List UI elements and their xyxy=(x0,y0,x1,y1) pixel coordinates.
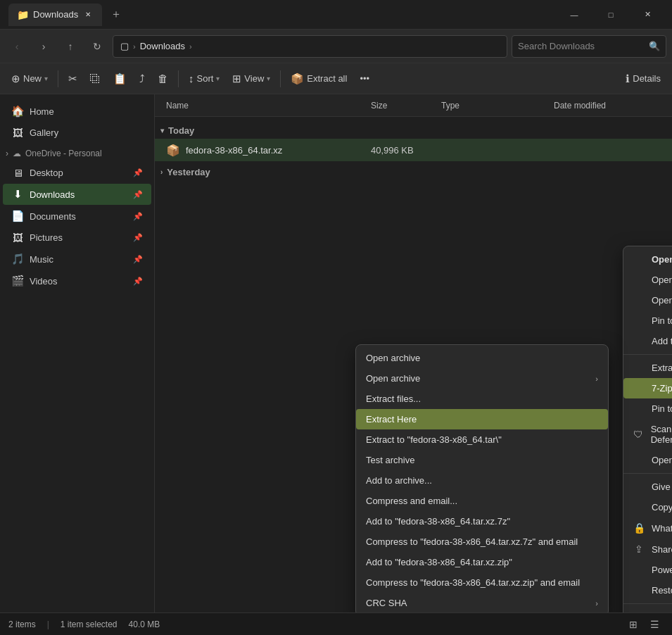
paste-button[interactable]: 📋 xyxy=(108,68,132,90)
active-tab[interactable]: 📁 Downloads ✕ xyxy=(8,4,102,26)
menu-item-open-with[interactable]: Open with... xyxy=(623,450,672,470)
menu-item-label: Compress to "fedora-38-x86_64.tar.xz.7z"… xyxy=(366,536,578,547)
pictures-pin-icon: 📌 xyxy=(133,233,143,242)
tab-close-button[interactable]: ✕ xyxy=(82,9,94,20)
section-yesterday[interactable]: › Yesterday xyxy=(155,161,672,180)
table-row[interactable]: 📦 fedora-38-x86_64.tar.xz 40,996 KB xyxy=(155,139,672,161)
search-box[interactable]: Search Downloads 🔍 xyxy=(512,35,666,58)
menu-item-label: Compress and email... xyxy=(366,496,457,506)
sidebar-item-music[interactable]: 🎵 Music 📌 xyxy=(3,249,151,270)
cut-button[interactable]: ✂ xyxy=(63,68,83,90)
view-grid-button[interactable]: ⊞ xyxy=(624,615,642,634)
menu-item-powerrename[interactable]: PowerRename xyxy=(623,560,672,580)
menu-item-open-new-window[interactable]: Open in new window xyxy=(623,290,672,310)
menu-item-whats-using[interactable]: 🔒 What's using this file? xyxy=(623,517,672,539)
menu-item-7zip[interactable]: 7-Zip › xyxy=(623,378,672,398)
share-button[interactable]: ⤴ xyxy=(134,68,151,90)
sidebar-group-onedrive[interactable]: › ☁ OneDrive - Personal xyxy=(0,146,154,161)
menu-item-give-access[interactable]: Give access to › xyxy=(623,477,672,497)
submenu-add-archive[interactable]: Add to archive... xyxy=(356,470,608,491)
sort-button[interactable]: ↕ Sort ▾ xyxy=(183,68,225,90)
music-icon: 🎵 xyxy=(11,253,24,265)
menu-item-pin-start[interactable]: Pin to Start xyxy=(623,398,672,419)
close-button[interactable]: ✕ xyxy=(631,4,664,26)
refresh-button[interactable]: ↻ xyxy=(86,35,108,58)
submenu-add-zip[interactable]: Add to "fedora-38-x86_64.tar.xz.zip" xyxy=(356,552,608,572)
column-size-header[interactable]: Size xyxy=(371,101,441,111)
submenu-open-archive-sub[interactable]: Open archive › xyxy=(356,368,608,389)
menu-item-open[interactable]: Open xyxy=(623,249,672,270)
toolbar-divider-2 xyxy=(178,70,179,87)
menu-item-label: Extract files... xyxy=(366,394,421,404)
window-controls: — □ ✕ xyxy=(558,4,664,26)
minimize-button[interactable]: — xyxy=(558,4,590,26)
more-icon: ••• xyxy=(360,73,369,84)
column-name-header[interactable]: Name xyxy=(160,101,371,111)
submenu-extract-files[interactable]: Extract files... xyxy=(356,389,608,409)
share2-icon: ⇪ xyxy=(633,543,645,555)
sidebar-item-documents[interactable]: 📄 Documents 📌 xyxy=(3,206,151,227)
menu-item-label: Add to "fedora-38-x86_64.tar.xz.7z" xyxy=(366,516,510,527)
sidebar-item-label: Documents xyxy=(30,211,76,222)
extract-all-button[interactable]: 📦 Extract all xyxy=(285,68,353,90)
section-today[interactable]: ▾ Today xyxy=(155,120,672,139)
section-label: Today xyxy=(168,125,194,136)
column-headers: Name Size Type Date modified xyxy=(155,94,672,117)
sidebar-item-home[interactable]: 🏠 Home xyxy=(3,101,151,122)
menu-item-pin-quick-access[interactable]: Pin to Quick access xyxy=(623,310,672,331)
copy-icon: ⿻ xyxy=(90,73,101,84)
section-chevron-icon: ▾ xyxy=(160,127,164,134)
back-button[interactable]: ‹ xyxy=(6,35,28,58)
status-view-controls: ⊞ ☰ xyxy=(624,615,664,634)
menu-item-label: PowerRename xyxy=(652,565,672,575)
menu-item-extract-all[interactable]: Extract All... xyxy=(623,358,672,378)
details-button[interactable]: ℹ Details xyxy=(620,68,666,90)
path-folder-icon: ▢ xyxy=(120,41,129,51)
submenu-compress-zip-email[interactable]: Compress to "fedora-38-x86_64.tar.xz.zip… xyxy=(356,572,608,593)
submenu-extract-here[interactable]: Extract Here xyxy=(356,409,608,429)
copy-button[interactable]: ⿻ xyxy=(84,68,106,90)
new-button[interactable]: ⊕ New ▾ xyxy=(6,68,53,90)
menu-item-open-new-tab[interactable]: Open in new tab xyxy=(623,270,672,290)
view-label: View xyxy=(244,73,264,84)
desktop-pin-icon: 📌 xyxy=(133,168,143,177)
submenu-crc-sha[interactable]: CRC SHA › xyxy=(356,593,608,612)
submenu-compress-7z-email[interactable]: Compress to "fedora-38-x86_64.tar.xz.7z"… xyxy=(356,532,608,552)
menu-item-label: Give access to xyxy=(652,482,672,492)
submenu-compress-email[interactable]: Compress and email... xyxy=(356,491,608,511)
sidebar-item-gallery[interactable]: 🖼 Gallery xyxy=(3,122,151,143)
column-type-header[interactable]: Type xyxy=(441,101,554,111)
menu-item-scan-defender[interactable]: 🛡 Scan with Microsoft Defender... xyxy=(623,419,672,450)
sidebar-item-downloads[interactable]: ⬇ Downloads 📌 xyxy=(3,184,151,205)
sidebar-item-label: Videos xyxy=(30,276,58,287)
forward-button[interactable]: › xyxy=(32,35,55,58)
menu-item-share[interactable]: ⇪ Share xyxy=(623,539,672,560)
status-bar: 2 items | 1 item selected 40.0 MB ⊞ ☰ xyxy=(0,612,672,635)
new-tab-button[interactable]: ＋ xyxy=(106,5,126,25)
submenu-open-archive[interactable]: Open archive xyxy=(356,348,608,368)
menu-item-send-to[interactable]: Send to › xyxy=(623,607,672,612)
submenu-test-archive[interactable]: Test archive xyxy=(356,450,608,470)
section-label: Yesterday xyxy=(167,167,210,177)
more-button[interactable]: ••• xyxy=(354,68,375,90)
view-button[interactable]: ⊞ View ▾ xyxy=(227,68,276,90)
column-date-header[interactable]: Date modified xyxy=(554,101,666,111)
tab-folder-icon: 📁 xyxy=(17,9,29,20)
sidebar-item-videos[interactable]: 🎬 Videos 📌 xyxy=(3,270,151,291)
sidebar-item-label: Pictures xyxy=(30,232,63,243)
view-list-button[interactable]: ☰ xyxy=(645,615,664,634)
menu-item-add-favourites[interactable]: Add to Favourites xyxy=(623,331,672,351)
address-bar: ‹ › ↑ ↻ ▢ › Downloads › Search Downloads… xyxy=(0,30,672,63)
menu-item-restore-versions[interactable]: Restore previous versions xyxy=(623,580,672,601)
delete-button[interactable]: 🗑 xyxy=(152,68,174,90)
menu-item-label: CRC SHA xyxy=(366,598,407,608)
up-button[interactable]: ↑ xyxy=(59,35,82,58)
address-path[interactable]: ▢ › Downloads › xyxy=(113,35,507,58)
submenu-extract-to[interactable]: Extract to "fedora-38-x86_64.tar\" xyxy=(356,429,608,450)
sidebar-item-pictures[interactable]: 🖼 Pictures 📌 xyxy=(3,227,151,248)
submenu-arrow-icon: › xyxy=(595,599,598,608)
submenu-add-7z[interactable]: Add to "fedora-38-x86_64.tar.xz.7z" xyxy=(356,511,608,532)
menu-item-copy-path[interactable]: Copy as path xyxy=(623,497,672,517)
maximize-button[interactable]: □ xyxy=(595,4,627,26)
sidebar-item-desktop[interactable]: 🖥 Desktop 📌 xyxy=(3,163,151,183)
